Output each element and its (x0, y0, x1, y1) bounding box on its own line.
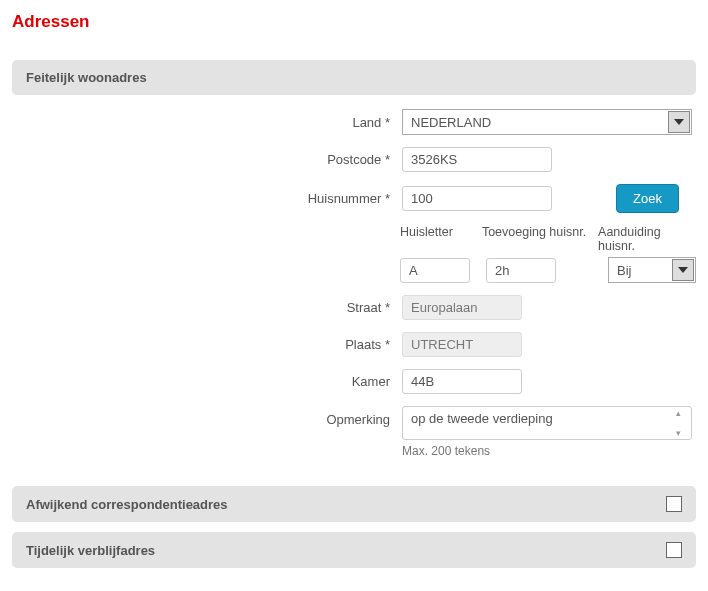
plaats-label: Plaats * (12, 337, 402, 352)
postcode-input[interactable] (402, 147, 552, 172)
section-title: Tijdelijk verblijfadres (26, 543, 155, 558)
section-header-tijdelijk[interactable]: Tijdelijk verblijfadres (12, 532, 696, 568)
toevoeging-label: Toevoeging huisnr. (482, 225, 598, 253)
section-header-afwijkend[interactable]: Afwijkend correspondentieadres (12, 486, 696, 522)
kamer-input[interactable] (402, 369, 522, 394)
opmerking-hint: Max. 200 tekens (402, 444, 696, 458)
page-title: Adressen (12, 12, 696, 32)
opmerking-textarea[interactable] (402, 406, 692, 440)
opmerking-label: Opmerking (12, 406, 402, 427)
straat-label: Straat * (12, 300, 402, 315)
chevron-down-icon (668, 111, 690, 133)
plaats-input (402, 332, 522, 357)
afwijkend-checkbox[interactable] (666, 496, 682, 512)
huisletter-label: Huisletter (400, 225, 482, 253)
section-feitelijk-woonadres: Feitelijk woonadres Land * NEDERLAND Pos… (12, 60, 696, 476)
zoek-button[interactable]: Zoek (616, 184, 679, 213)
tijdelijk-checkbox[interactable] (666, 542, 682, 558)
postcode-label: Postcode * (12, 152, 402, 167)
toevoeging-input[interactable] (486, 258, 556, 283)
aanduiding-value: Bij (609, 263, 672, 278)
land-label: Land * (12, 115, 402, 130)
section-afwijkend: Afwijkend correspondentieadres (12, 486, 696, 522)
section-header-feitelijk: Feitelijk woonadres (12, 60, 696, 95)
huisnummer-label: Huisnummer * (12, 191, 402, 206)
footer-buttons: Cliënt niet opslaan en sluiten Cliënt op… (12, 578, 696, 591)
aanduiding-select[interactable]: Bij (608, 257, 696, 283)
section-title: Afwijkend correspondentieadres (26, 497, 228, 512)
land-select[interactable]: NEDERLAND (402, 109, 692, 135)
straat-input (402, 295, 522, 320)
chevron-down-icon (672, 259, 694, 281)
aanduiding-label: Aanduiding huisnr. (598, 225, 696, 253)
huisletter-input[interactable] (400, 258, 470, 283)
kamer-label: Kamer (12, 374, 402, 389)
section-tijdelijk: Tijdelijk verblijfadres (12, 532, 696, 568)
land-value: NEDERLAND (403, 115, 668, 130)
section-title: Feitelijk woonadres (26, 70, 147, 85)
huisnummer-input[interactable] (402, 186, 552, 211)
